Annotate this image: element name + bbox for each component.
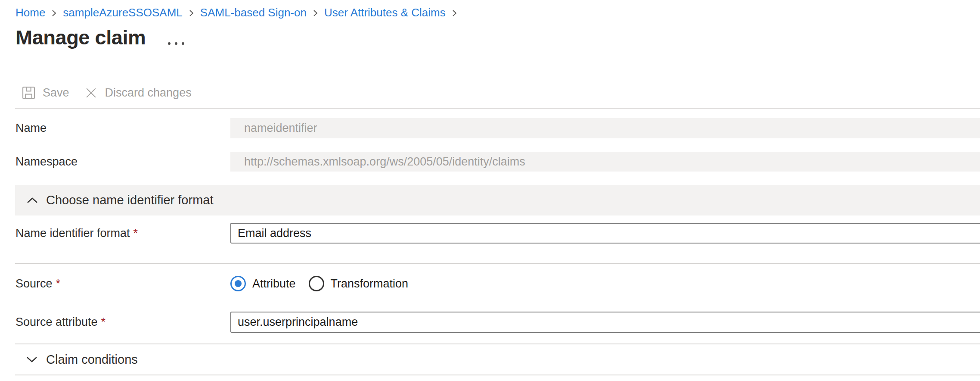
breadcrumb-item-home[interactable]: Home bbox=[16, 6, 45, 19]
name-field-row: Name bbox=[0, 118, 980, 138]
name-input[interactable] bbox=[230, 118, 980, 138]
section-choose-name-identifier-format[interactable]: Choose name identifier format bbox=[15, 185, 980, 215]
page-title: Manage claim bbox=[16, 25, 146, 50]
chevron-right-icon bbox=[451, 9, 458, 18]
save-button[interactable]: Save bbox=[22, 86, 69, 100]
chevron-right-icon bbox=[188, 9, 195, 18]
section-claim-conditions[interactable]: Claim conditions bbox=[15, 344, 980, 375]
name-identifier-format-dropdown[interactable] bbox=[230, 223, 980, 244]
breadcrumb-item-saml-signon[interactable]: SAML-based Sign-on bbox=[200, 6, 307, 19]
radio-circle-selected bbox=[230, 276, 246, 291]
namespace-field-row: Namespace bbox=[0, 152, 980, 172]
chevron-down-icon bbox=[26, 356, 37, 363]
radio-transformation-label: Transformation bbox=[331, 277, 409, 290]
command-bar: Save Discard changes bbox=[22, 85, 980, 100]
required-asterisk: * bbox=[101, 315, 106, 328]
ellipsis-icon bbox=[167, 41, 185, 46]
radio-transformation[interactable]: Transformation bbox=[309, 276, 409, 291]
name-label: Name bbox=[16, 122, 230, 135]
breadcrumb-item-user-attributes[interactable]: User Attributes & Claims bbox=[324, 6, 446, 19]
save-icon bbox=[22, 86, 36, 100]
toolbar-divider bbox=[15, 108, 980, 109]
source-attribute-row: Source attribute* bbox=[0, 312, 980, 333]
chevron-right-icon bbox=[51, 9, 57, 18]
chevron-right-icon bbox=[312, 9, 319, 18]
namespace-input[interactable] bbox=[230, 152, 980, 172]
page-header: Manage claim bbox=[16, 25, 980, 50]
source-radio-group: Attribute Transformation bbox=[230, 276, 408, 291]
claim-conditions-bottom-divider bbox=[15, 375, 980, 375]
radio-circle-unselected bbox=[309, 276, 324, 291]
namespace-label: Namespace bbox=[16, 155, 230, 169]
source-section-divider bbox=[15, 263, 980, 264]
source-attribute-dropdown[interactable] bbox=[230, 312, 980, 333]
save-button-label: Save bbox=[43, 86, 69, 100]
required-asterisk: * bbox=[133, 227, 138, 240]
discard-button-label: Discard changes bbox=[105, 86, 192, 100]
radio-attribute-label: Attribute bbox=[252, 277, 296, 290]
x-icon bbox=[84, 86, 98, 100]
required-asterisk: * bbox=[56, 277, 61, 290]
section-title: Claim conditions bbox=[46, 353, 138, 367]
source-row: Source* Attribute Transformation bbox=[0, 275, 980, 292]
breadcrumb-item-app[interactable]: sampleAzureSSOSAML bbox=[63, 6, 182, 19]
more-options-button[interactable] bbox=[167, 41, 185, 46]
source-label: Source* bbox=[16, 277, 230, 290]
name-identifier-format-row: Name identifier format* bbox=[0, 223, 980, 244]
radio-attribute[interactable]: Attribute bbox=[230, 276, 296, 291]
breadcrumb: Home sampleAzureSSOSAML SAML-based Sign-… bbox=[16, 6, 980, 19]
section-title: Choose name identifier format bbox=[46, 193, 213, 207]
source-attribute-label: Source attribute* bbox=[16, 315, 230, 329]
name-identifier-format-label: Name identifier format* bbox=[16, 227, 230, 240]
chevron-up-icon bbox=[27, 197, 38, 204]
discard-changes-button[interactable]: Discard changes bbox=[84, 86, 192, 100]
